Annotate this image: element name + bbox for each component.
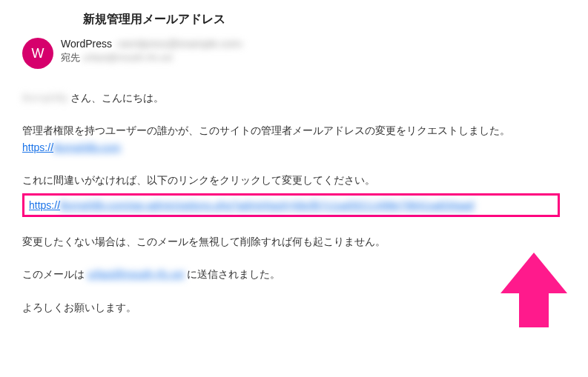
sender-address: ‹wordpress@example.com› [116,38,243,50]
site-link-blur[interactable]: Bornphilly.com [53,141,121,153]
greeting-tail: さん、こんにちは。 [67,92,164,104]
paragraph-3: 変更したくない場合は、このメールを無視して削除すれば何も起こりません。 [22,233,566,250]
paragraph-5: よろしくお願いします。 [22,299,566,316]
paragraph-4: このメールは urfast@mouth-rfx.xxt に送信されました。 [22,266,566,282]
avatar: W [22,38,53,69]
recipient-address: urfast@mouth-rfx.xxt [83,52,173,63]
recipient-label: 宛先 [61,52,80,63]
sender-block: WordPress ‹wordpress@example.com› 宛先 urf… [61,38,243,64]
paragraph-1: 管理者権限を持つユーザーの誰かが、このサイトの管理者メールアドレスの変更をリクエ… [22,122,566,156]
email-subject: 新規管理用メールアドレス [83,12,566,27]
site-link-proto[interactable]: https:// [22,141,53,153]
p1-text: 管理者権限を持つユーザーの誰かが、このサイトの管理者メールアドレスの変更をリクエ… [22,124,510,136]
confirm-link-highlight: https://Bornphilly.com/wp-admin/options.… [22,193,560,217]
confirm-link-blur[interactable]: Bornphilly.com/wp-admin/options.php?admi… [60,199,474,211]
greeting-line: Bornphilly さん、こんにちは。 [22,90,566,106]
email-body: Bornphilly さん、こんにちは。 管理者権限を持つユーザーの誰かが、この… [22,90,566,316]
confirm-link-proto[interactable]: https:// [29,199,60,211]
p4-pre: このメールは [22,268,87,280]
sent-to-link[interactable]: urfast@mouth-rfx.xxt [87,268,184,280]
p4-post: に送信されました。 [184,268,280,280]
sender-name: WordPress [61,38,112,50]
email-header: W WordPress ‹wordpress@example.com› 宛先 u… [22,38,566,69]
paragraph-2: これに間違いがなければ、以下のリンクをクリックして変更してください。 [22,172,566,188]
greeting-name-blur: Bornphilly [22,92,67,104]
